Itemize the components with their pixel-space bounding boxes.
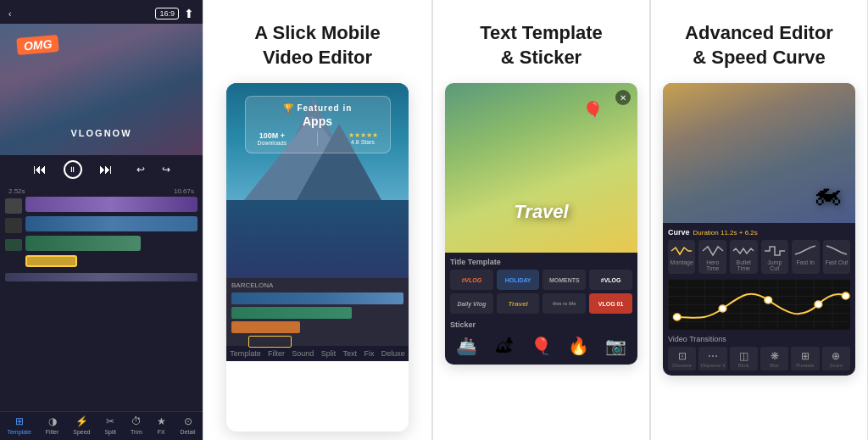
prev-button[interactable]: ⏮ — [33, 162, 47, 177]
preset-montage[interactable]: Montage — [668, 240, 696, 274]
travel-text: Travel — [514, 201, 568, 223]
curve-panel: Curve Duration 11.2s + 6.2s Montage Hero… — [663, 223, 855, 376]
undo-button[interactable]: ↩ — [136, 164, 145, 175]
mini-track-4 — [248, 336, 292, 348]
back-button[interactable]: ‹ — [8, 9, 11, 19]
next-button[interactable]: ⏭ — [99, 162, 113, 177]
curve-presets: Montage Hero Time Bullet Time — [668, 240, 850, 274]
curve-duration: Duration 11.2s + 6.2s — [693, 229, 757, 237]
template-item-vlog[interactable]: #VLOG — [450, 270, 493, 290]
template-item-daily[interactable]: Daily Vlog — [450, 293, 493, 314]
template-panel: Title Template #VLOG HOLIDAY MOMENTS #VL… — [445, 253, 637, 365]
disperse-icon: ⋯ — [700, 349, 725, 363]
preset-fastin-label: Fast In — [793, 259, 818, 265]
text-track[interactable] — [25, 255, 77, 267]
bottom-tab-2-6: Fix — [364, 349, 374, 358]
transition-zoom[interactable]: ⊕ Zoom — [822, 347, 850, 370]
curve-canvas[interactable] — [668, 279, 850, 330]
mini-track-2 — [231, 307, 352, 319]
video-track-1[interactable] — [25, 197, 198, 212]
transition-blink[interactable]: ◫ Blink — [730, 347, 758, 370]
transition-pixelate[interactable]: ⊞ Pixelate — [791, 347, 819, 370]
featured-stats: 100M + Downloads ★★★★★ 4.8 Stars — [257, 131, 377, 146]
svg-point-5 — [842, 292, 849, 299]
transition-blink-label: Blink — [732, 363, 756, 368]
transition-dissolve-label: Dissolve — [670, 363, 694, 368]
transition-blur-label: Blur — [762, 363, 787, 368]
bottom-tab-2-3: Sound — [292, 349, 314, 358]
blink-icon: ◫ — [732, 349, 756, 363]
template-item-vlog3[interactable]: VLOG 01 — [589, 293, 632, 314]
video-track-2[interactable] — [25, 216, 198, 231]
template-item-vlog2[interactable]: #VLOG — [589, 270, 632, 290]
template-section-label: Title Template — [450, 258, 632, 266]
pixelate-icon: ⊞ — [793, 349, 817, 363]
preset-jump-cut[interactable]: Jump Cut — [761, 240, 789, 274]
svg-point-1 — [673, 314, 681, 320]
bullet-wave-icon — [732, 242, 756, 259]
template-item-life[interactable]: this is life — [542, 293, 586, 314]
track-thumb-2 — [5, 218, 22, 233]
bottom-tab-2-1: Template — [230, 349, 261, 358]
preset-hero-label: Hero Time — [700, 259, 725, 271]
stars-value: ★★★★★ — [348, 131, 378, 139]
panel-advanced-editor: Advanced Editor & Speed Curve 🏍 Curve Du… — [650, 0, 868, 440]
speed-icon: ⚡ — [75, 415, 88, 427]
template-item-holiday[interactable]: HOLIDAY — [497, 270, 540, 290]
tab-detail[interactable]: ⊙ Detail — [181, 415, 196, 435]
preset-montage-label: Montage — [670, 259, 694, 265]
detail-icon: ⊙ — [184, 415, 192, 427]
tab-trim[interactable]: ⏱ Trim — [131, 415, 142, 435]
preset-fast-out[interactable]: Fast Out — [823, 240, 851, 274]
transition-dissolve[interactable]: ⊡ Dissolve — [668, 347, 696, 370]
panel-slick-editor: A Slick Mobile Video Editor 🏆 Featured i… — [203, 0, 432, 440]
time-start: 2.52s — [8, 187, 25, 195]
bottom-tab-2-7: Deluxe — [381, 349, 405, 358]
preset-hero-time[interactable]: Hero Time — [698, 240, 726, 274]
curve-header: Curve Duration 11.2s + 6.2s — [668, 228, 850, 237]
preset-fast-in[interactable]: Fast In — [792, 240, 820, 274]
transition-pixelate-label: Pixelate — [793, 363, 817, 368]
aspect-ratio-badge[interactable]: 16:9 — [155, 8, 179, 19]
featured-in-text: 🏆 Featured in — [257, 103, 377, 113]
tab-template[interactable]: ⊞ Template — [7, 415, 31, 435]
sticker-balloon[interactable]: 🎈 — [525, 332, 559, 359]
montage-wave-icon — [670, 242, 694, 259]
sticker-camp[interactable]: 🏕 — [487, 332, 521, 359]
sticker-ship[interactable]: 🚢 — [450, 332, 484, 359]
transition-blur[interactable]: ❋ Blur — [760, 347, 788, 370]
dissolve-icon: ⊡ — [670, 349, 694, 363]
template-item-moments[interactable]: MOMENTS — [542, 270, 586, 290]
panel-3-title: Text Template & Sticker — [480, 21, 603, 70]
redo-button[interactable]: ↪ — [162, 164, 170, 175]
sticker-fire[interactable]: 🔥 — [561, 332, 595, 359]
tab-filter[interactable]: ◑ Filter — [46, 415, 59, 435]
play-pause-button[interactable]: ⏸ — [64, 160, 82, 179]
svg-point-2 — [719, 305, 726, 312]
transition-disperse-label: Disperse 3 — [700, 363, 725, 368]
tab-split[interactable]: ✂ Split — [104, 415, 116, 435]
template-grid[interactable]: #VLOG HOLIDAY MOMENTS #VLOG Daily Vlog T… — [450, 270, 632, 314]
mini-track-3 — [231, 321, 300, 333]
apps-text: Apps — [257, 114, 377, 128]
downloads-value: 100M + — [259, 131, 285, 140]
transition-disperse[interactable]: ⋯ Disperse 3 — [698, 347, 726, 370]
time-end: 10.67s — [174, 187, 194, 195]
phone-screenshot-2: 🏆 Featured in Apps 100M + Downloads ★★★★… — [226, 83, 409, 432]
tab-fx[interactable]: ★ FX — [157, 415, 166, 435]
filter-icon: ◑ — [48, 415, 57, 427]
scissors-icon: ✂ — [106, 415, 114, 427]
fx-icon: ★ — [157, 415, 166, 427]
stars-label: 4.8 Stars — [351, 139, 375, 145]
screenshot-mountain: 🏆 Featured in Apps 100M + Downloads ★★★★… — [226, 83, 409, 278]
tab-speed[interactable]: ⚡ Speed — [73, 415, 90, 435]
preset-bullet-time[interactable]: Bullet Time — [730, 240, 758, 274]
template-item-travel[interactable]: Travel — [497, 293, 540, 314]
preset-bullet-label: Bullet Time — [732, 259, 756, 271]
top-icons: 16:9 ⬆ — [155, 7, 194, 20]
sticker-section-label: Sticker — [450, 320, 632, 329]
export-icon[interactable]: ⬆ — [184, 7, 194, 20]
sticker-camera[interactable]: 📷 — [598, 332, 632, 359]
audio-track[interactable] — [25, 236, 141, 251]
bottom-tab-2-2: Filter — [268, 349, 285, 358]
